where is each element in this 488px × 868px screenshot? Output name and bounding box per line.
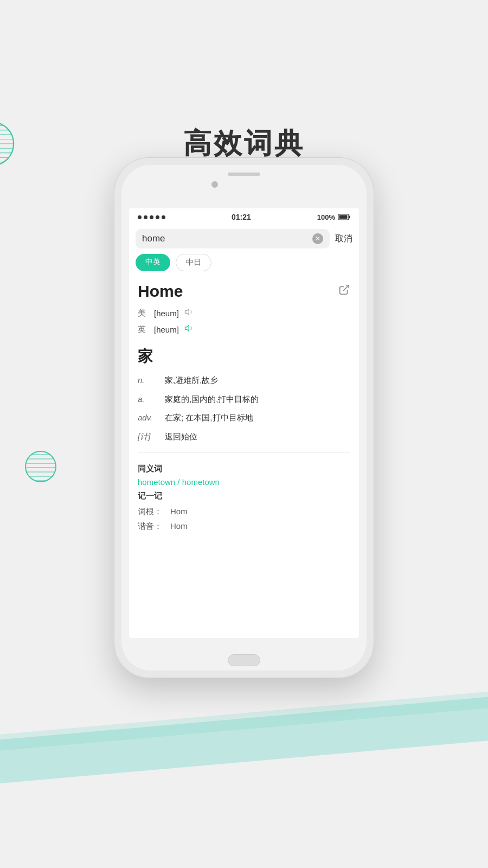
signal-dot-4 — [156, 215, 159, 219]
def-adj-text: 家庭的,国内的,打中目标的 — [165, 393, 350, 406]
phonetic-uk: [heum] — [154, 325, 179, 334]
pos-noun: n. — [138, 374, 165, 387]
word-header: Home — [138, 276, 350, 305]
svg-marker-28 — [185, 326, 189, 331]
pronunciation-us: 美 [heum] — [138, 305, 350, 321]
pronunciation-uk: 英 [heum] — [138, 321, 350, 337]
status-bar: 01:21 100% — [129, 208, 359, 226]
signal-dot-3 — [150, 215, 153, 219]
speaker-uk-icon[interactable] — [184, 323, 194, 335]
definition-adv: adv. 在家; 在本国,打中目标地 — [138, 409, 350, 427]
definition-noun: n. 家,避难所,故乡 — [138, 371, 350, 390]
signal-dot-5 — [162, 215, 165, 219]
def-noun-text: 家,避难所,故乡 — [165, 374, 350, 387]
svg-rect-25 — [339, 215, 348, 219]
synonym-link[interactable]: hometown / hometown — [138, 477, 350, 487]
region-us: 美 — [138, 308, 149, 318]
cancel-button[interactable]: 取消 — [335, 233, 352, 245]
mnemonic-sound-row: 谐音： Hom — [138, 519, 350, 534]
search-input-wrapper[interactable]: home ✕ — [136, 229, 330, 248]
region-uk: 英 — [138, 324, 149, 335]
phone-camera — [211, 181, 218, 188]
home-button[interactable] — [228, 654, 260, 666]
battery-icon — [338, 214, 350, 220]
screen: 01:21 100% home ✕ — [129, 208, 359, 638]
definition-adj: a. 家庭的,国内的,打中目标的 — [138, 390, 350, 409]
pos-comp: [计] — [138, 431, 165, 443]
pos-adj: a. — [138, 393, 165, 406]
mnemonic-root-row: 词根： Hom — [138, 505, 350, 519]
deco-circle-bottom — [24, 450, 57, 483]
dict-content: Home 美 [heum] — [129, 276, 359, 638]
phonetic-us: [heum] — [154, 309, 179, 318]
svg-marker-27 — [185, 309, 189, 315]
tab-chinese-japanese[interactable]: 中日 — [176, 254, 211, 271]
signal-dot-2 — [144, 215, 147, 219]
search-clear-button[interactable]: ✕ — [312, 233, 323, 244]
svg-line-26 — [343, 285, 349, 291]
synonyms-title: 同义词 — [138, 459, 350, 477]
search-bar: home ✕ 取消 — [129, 226, 359, 252]
sound-label: 谐音： — [138, 521, 170, 532]
chinese-header: 家 — [138, 337, 350, 371]
speaker-us-icon[interactable] — [184, 307, 194, 319]
pos-adv: adv. — [138, 412, 165, 424]
def-comp-text: 返回始位 — [165, 431, 350, 443]
tab-chinese-english[interactable]: 中英 — [136, 254, 170, 271]
root-label: 词根： — [138, 507, 170, 517]
root-value: Hom — [170, 507, 188, 517]
status-time: 01:21 — [232, 213, 251, 221]
battery-percent: 100% — [317, 213, 335, 221]
phone-mockup: 01:21 100% home ✕ — [114, 157, 374, 678]
tab-bar: 中英 中日 — [129, 252, 359, 276]
divider-1 — [138, 452, 350, 453]
signal-dot-1 — [138, 215, 142, 219]
phone-speaker — [228, 173, 260, 176]
sound-value: Hom — [170, 521, 188, 532]
share-icon[interactable] — [338, 284, 350, 299]
definition-comp: [计] 返回始位 — [138, 427, 350, 446]
status-signal — [138, 215, 165, 219]
status-right: 100% — [317, 213, 350, 221]
search-input-value[interactable]: home — [142, 233, 308, 244]
def-adv-text: 在家; 在本国,打中目标地 — [165, 412, 350, 424]
svg-point-13 — [25, 451, 56, 482]
svg-rect-24 — [349, 216, 350, 219]
phone-inner: 01:21 100% home ✕ — [121, 165, 367, 671]
phone-outer: 01:21 100% home ✕ — [114, 157, 374, 678]
word-title: Home — [138, 282, 183, 301]
mnemonic-title: 记一记 — [138, 487, 350, 505]
